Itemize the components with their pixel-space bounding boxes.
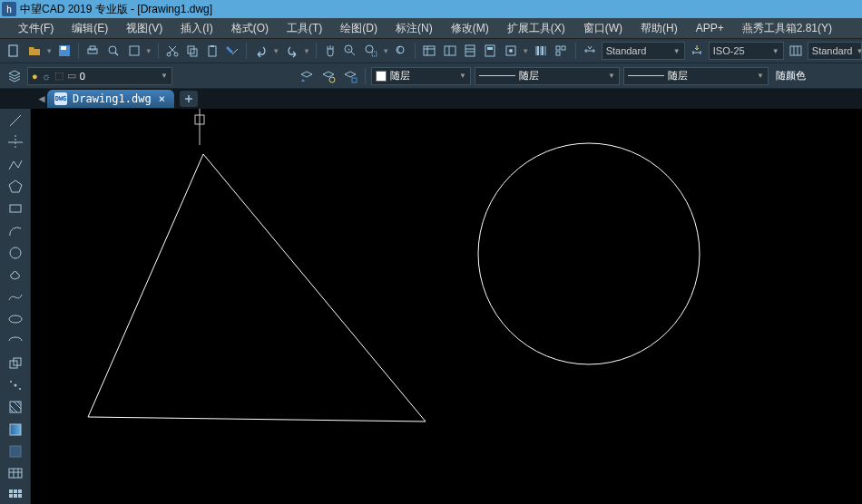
tablestyle-icon[interactable]	[788, 42, 804, 60]
designcenter-icon[interactable]	[442, 42, 458, 60]
region-tool-icon[interactable]	[5, 443, 26, 460]
svg-point-31	[509, 49, 513, 53]
dimstyle-combo[interactable]: ISO-25▼	[709, 42, 784, 60]
menubar: 文件(F) 编辑(E) 视图(V) 插入(I) 格式(O) 工具(T) 绘图(D…	[0, 18, 862, 38]
menu-help[interactable]: 帮助(H)	[632, 21, 687, 36]
drawing-canvas[interactable]	[31, 109, 862, 504]
layer-manager-icon[interactable]	[5, 67, 24, 85]
tab-close-button[interactable]: ×	[157, 92, 167, 105]
hatch-tool-icon[interactable]	[5, 399, 26, 415]
spline-tool-icon[interactable]	[5, 289, 26, 305]
workspace	[0, 109, 862, 504]
chevron-down-icon: ▼	[522, 47, 529, 55]
layer-iso-icon[interactable]	[341, 67, 359, 85]
open-dropdown[interactable]: ▼	[25, 42, 53, 60]
menu-ext[interactable]: 扩展工具(X)	[498, 21, 574, 36]
svg-rect-40	[790, 46, 801, 55]
svg-line-45	[10, 115, 21, 126]
linetype-label: 随层	[519, 69, 539, 82]
svg-rect-0	[9, 45, 17, 56]
layer-state-icon[interactable]	[319, 67, 338, 85]
plotstyle-combo[interactable]: 随颜色	[772, 67, 822, 85]
menu-file[interactable]: 文件(F)	[9, 21, 63, 36]
smart-dropdown[interactable]: ▼	[502, 42, 529, 60]
color-combo[interactable]: 随层 ▼	[371, 67, 471, 85]
circle-tool-icon[interactable]	[5, 245, 26, 261]
new-icon[interactable]	[5, 42, 22, 60]
separator	[575, 43, 576, 59]
print-icon[interactable]	[84, 42, 101, 60]
tablestyle-combo[interactable]: Standard▼	[808, 42, 862, 60]
layer-prev-icon[interactable]	[298, 67, 316, 85]
preview-icon[interactable]	[104, 42, 121, 60]
menu-tools[interactable]: 工具(T)	[278, 21, 331, 36]
polyline-tool-icon[interactable]	[5, 157, 26, 173]
copy-icon[interactable]	[184, 42, 201, 60]
save-icon[interactable]	[56, 42, 73, 60]
calc-icon[interactable]	[482, 42, 498, 60]
apps-tool-icon[interactable]	[5, 488, 26, 504]
menu-app[interactable]: APP+	[687, 22, 733, 34]
ellipse-tool-icon[interactable]	[5, 311, 26, 327]
line-tool-icon[interactable]	[5, 112, 26, 129]
linetype-combo[interactable]: 随层 ▼	[475, 67, 620, 85]
point-tool-icon[interactable]	[5, 377, 26, 393]
new-tab-button[interactable]	[180, 91, 198, 107]
tab-nav-left[interactable]: ◄	[36, 91, 47, 107]
redo-dropdown[interactable]: ▼	[283, 42, 310, 60]
chevron-down-icon: ▼	[272, 47, 279, 55]
textstyle-combo[interactable]: Standard▼	[602, 42, 685, 60]
svg-rect-28	[485, 45, 495, 56]
revcloud-tool-icon[interactable]	[5, 267, 26, 283]
matchprop-icon[interactable]	[224, 42, 240, 60]
titlebar: h 中望CAD 2019 专业版 - [Drawing1.dwg]	[0, 0, 862, 18]
svg-rect-2	[61, 46, 66, 50]
qrcode-icon[interactable]	[553, 42, 569, 60]
menu-yanxiu[interactable]: 燕秀工具箱2.81(Y)	[733, 21, 841, 36]
zoom-prev-icon[interactable]	[393, 42, 409, 60]
svg-rect-69	[14, 489, 17, 493]
rectangle-tool-icon[interactable]	[5, 200, 26, 217]
separator	[316, 43, 317, 59]
svg-rect-12	[209, 46, 216, 56]
separator	[365, 68, 366, 84]
dimupdate-icon[interactable]	[689, 42, 705, 60]
combo-value: ISO-25	[713, 45, 745, 56]
menu-draw[interactable]: 绘图(D)	[331, 21, 387, 36]
menu-dim[interactable]: 标注(N)	[387, 21, 442, 36]
zoom-dropdown[interactable]: ▼	[362, 42, 389, 60]
barcode-icon[interactable]	[533, 42, 549, 60]
xline-tool-icon[interactable]	[5, 134, 26, 150]
undo-dropdown[interactable]: ▼	[252, 42, 279, 60]
gradient-tool-icon[interactable]	[5, 422, 26, 438]
menu-format[interactable]: 格式(O)	[222, 21, 278, 36]
menu-insert[interactable]: 插入(I)	[171, 21, 221, 36]
menu-edit[interactable]: 编辑(E)	[63, 21, 117, 36]
svg-line-58	[10, 405, 17, 412]
zoom-realtime-icon[interactable]: +	[342, 42, 358, 60]
svg-rect-44	[352, 78, 357, 82]
ellipsearc-tool-icon[interactable]	[5, 333, 26, 349]
svg-rect-23	[445, 46, 455, 55]
dimstyle-icon[interactable]	[581, 42, 597, 60]
lineweight-combo[interactable]: 随层 ▼	[623, 67, 769, 85]
polygon-tool-icon[interactable]	[5, 179, 26, 195]
properties-icon[interactable]	[421, 42, 437, 60]
toolpalette-icon[interactable]	[462, 42, 478, 60]
tab-drawing1[interactable]: DWG Drawing1.dwg ×	[47, 90, 174, 108]
zoom-window-icon	[362, 42, 380, 60]
svg-point-54	[14, 384, 16, 387]
layer-combo[interactable]: ● ☼ ⬚ ▭ 0 ▼	[27, 67, 172, 85]
svg-rect-7	[130, 46, 139, 55]
separator	[158, 43, 159, 59]
menu-window[interactable]: 窗口(W)	[574, 21, 632, 36]
publish-dropdown[interactable]: ▼	[125, 42, 152, 60]
table-tool-icon[interactable]	[5, 465, 26, 481]
pan-icon[interactable]	[322, 42, 338, 60]
menu-view[interactable]: 视图(V)	[117, 21, 171, 36]
cut-icon[interactable]	[163, 42, 180, 60]
block-tool-icon[interactable]	[5, 355, 26, 372]
menu-modify[interactable]: 修改(M)	[442, 21, 498, 36]
arc-tool-icon[interactable]	[5, 223, 26, 239]
paste-icon[interactable]	[204, 42, 220, 60]
